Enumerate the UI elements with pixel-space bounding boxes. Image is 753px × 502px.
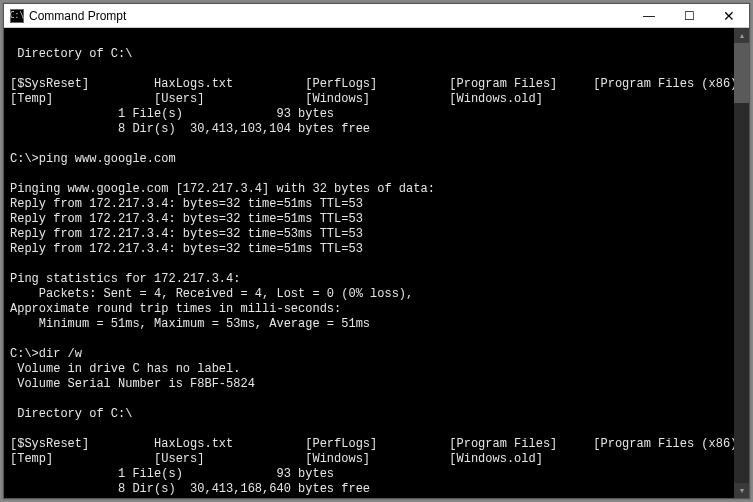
minimize-button[interactable]: — [629,4,669,27]
close-button[interactable]: ✕ [709,4,749,27]
maximize-button[interactable]: ☐ [669,4,709,27]
terminal-output[interactable]: Directory of C:\ [$SysReset] HaxLogs.txt… [4,28,734,498]
titlebar[interactable]: C:\ Command Prompt — ☐ ✕ [4,4,749,28]
scroll-thumb[interactable] [734,43,749,103]
app-icon: C:\ [10,9,24,23]
window-controls: — ☐ ✕ [629,4,749,27]
terminal-area: Directory of C:\ [$SysReset] HaxLogs.txt… [4,28,749,498]
window-title: Command Prompt [29,9,629,23]
scroll-up-button[interactable]: ▴ [734,28,749,43]
vertical-scrollbar[interactable]: ▴ ▾ [734,28,749,498]
scroll-down-button[interactable]: ▾ [734,483,749,498]
command-prompt-window: C:\ Command Prompt — ☐ ✕ Directory of C:… [3,3,750,499]
